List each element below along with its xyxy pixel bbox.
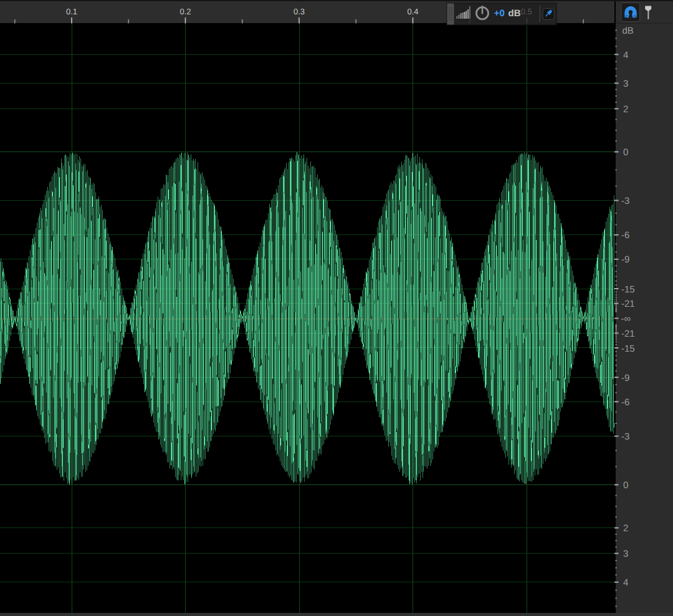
svg-text:-6: -6 [621, 397, 629, 408]
svg-text:-15: -15 [621, 344, 635, 354]
svg-text:2: 2 [623, 523, 628, 534]
svg-text:0.4: 0.4 [407, 7, 418, 16]
svg-text:0.5: 0.5 [521, 7, 532, 16]
svg-text:-∞: -∞ [621, 314, 631, 324]
svg-text:dB: dB [508, 8, 521, 19]
svg-text:-21: -21 [621, 299, 635, 309]
svg-text:-3: -3 [621, 431, 629, 442]
svg-text:-15: -15 [621, 284, 635, 295]
svg-text:3: 3 [623, 79, 628, 89]
svg-text:+0: +0 [494, 8, 505, 19]
svg-text:0: 0 [623, 147, 628, 158]
svg-text:-6: -6 [621, 230, 629, 241]
svg-text:3: 3 [623, 549, 628, 559]
svg-text:-9: -9 [621, 373, 629, 383]
svg-text:0: 0 [623, 480, 628, 491]
svg-text:-3: -3 [621, 196, 629, 206]
svg-text:dB: dB [623, 26, 634, 36]
svg-text:4: 4 [623, 50, 628, 60]
svg-text:0.1: 0.1 [66, 7, 77, 16]
svg-text:0.3: 0.3 [294, 7, 305, 16]
svg-text:-21: -21 [621, 329, 635, 339]
svg-text:0.2: 0.2 [179, 7, 191, 16]
svg-text:4: 4 [623, 577, 628, 588]
svg-text:2: 2 [623, 104, 628, 115]
svg-text:-9: -9 [621, 254, 629, 265]
